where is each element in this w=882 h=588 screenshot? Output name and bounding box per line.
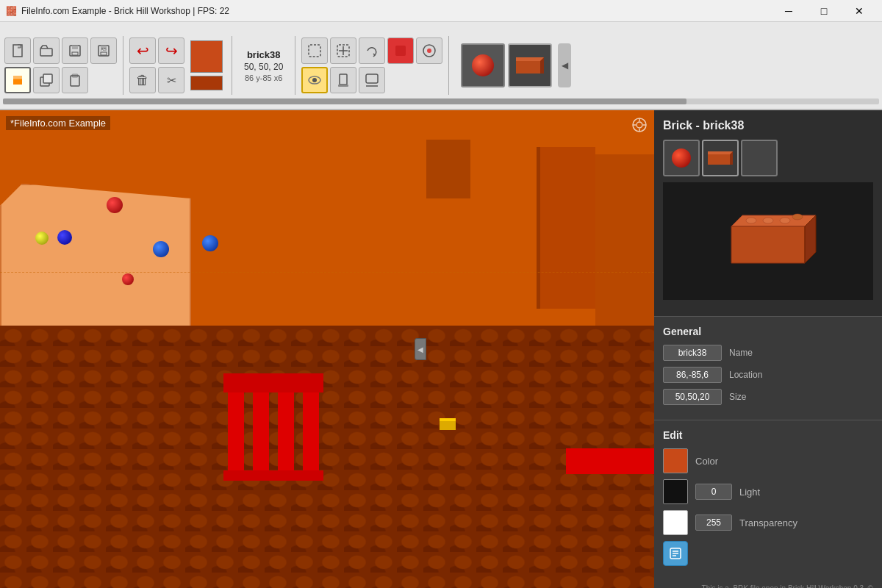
maximize-button[interactable]: □: [807, 0, 841, 22]
svg-marker-35: [731, 226, 805, 263]
copy-button[interactable]: [33, 67, 60, 93]
panel-thumb-strip: [663, 140, 873, 176]
svg-rect-9: [13, 79, 22, 85]
panel-collapse-button[interactable]: ◀: [415, 338, 426, 360]
transparency-color-swatch[interactable]: [663, 510, 688, 535]
move-tool-button[interactable]: [330, 37, 356, 64]
new-button[interactable]: [4, 37, 31, 64]
size-property-row: 50,50,20 Size: [663, 389, 873, 405]
separator4: [448, 36, 449, 95]
rotate-tool-button[interactable]: [359, 37, 385, 64]
svg-marker-34: [731, 215, 816, 226]
general-section: General brick38 Name 86,-85,6 Location 5…: [654, 316, 882, 420]
name-property-row: brick38 Name: [663, 345, 873, 361]
svg-text:AS: AS: [101, 47, 107, 51]
viewport[interactable]: *FileInfo.com Example ◀: [0, 110, 654, 588]
brick-3d-preview: [663, 182, 873, 300]
svg-point-37: [746, 218, 756, 223]
paint-tool-button[interactable]: [416, 37, 442, 64]
save-button[interactable]: [62, 37, 88, 64]
new-obj-button[interactable]: [4, 67, 31, 93]
select-tool-button[interactable]: [301, 37, 328, 64]
location-property-row: 86,-85,6 Location: [663, 367, 873, 383]
toolbar: AS ↩ ↪ 🗑 ✂: [0, 22, 882, 110]
svg-point-38: [763, 218, 773, 223]
brick-position-display: 50, 50, 20: [244, 62, 283, 72]
svg-rect-15: [309, 45, 320, 57]
eye-tool-button[interactable]: [301, 67, 328, 93]
thumb-collapse-btn[interactable]: ◀: [558, 43, 571, 87]
svg-rect-19: [395, 46, 406, 56]
progress-bar-container[interactable]: [3, 98, 879, 104]
delete-button[interactable]: 🗑: [129, 67, 156, 93]
panel-thumb-empty[interactable]: [741, 140, 778, 176]
file-tools-row1: AS: [4, 37, 117, 64]
red-columns-structure: [228, 382, 319, 470]
transparency-value-input[interactable]: [695, 514, 732, 531]
paste-button[interactable]: [62, 67, 88, 93]
thumb-brick-small: [708, 151, 733, 165]
blue-sphere-1: [57, 230, 72, 245]
svg-rect-3: [72, 46, 78, 49]
close-button[interactable]: ✕: [842, 0, 876, 22]
location-value: 86,-85,6: [663, 367, 722, 383]
edit-row2: 🗑 ✂: [129, 67, 184, 93]
titlebar-left: 🧱 FileInfo.com Example - Brick Hill Work…: [6, 6, 229, 16]
script-button[interactable]: [663, 541, 688, 566]
floor: [0, 326, 654, 589]
brick-info-section: brick38 50, 50, 20 86 y-85 x6: [244, 49, 283, 82]
svg-point-29: [637, 122, 642, 128]
brick-preview-panel: Brick - brick38: [654, 110, 882, 316]
column-4: [303, 382, 319, 470]
brick-name-display: brick38: [247, 49, 281, 60]
color-property-row: Color: [663, 448, 873, 473]
color-tool-button[interactable]: [387, 37, 414, 64]
svg-rect-24: [340, 74, 347, 85]
thumb-item-brick[interactable]: [508, 43, 552, 87]
color-label: Color: [695, 456, 718, 467]
separator3: [295, 36, 295, 95]
cut-button[interactable]: ✂: [158, 67, 184, 93]
thumbnail-strip: [461, 43, 552, 87]
svg-rect-7: [101, 52, 107, 55]
thumb-brick-preview: [516, 57, 544, 74]
horizon-line: [0, 272, 654, 273]
red-platform: [566, 448, 654, 474]
panel-thumb-sphere[interactable]: [663, 140, 700, 176]
svg-point-21: [427, 49, 431, 53]
transparency-label: Transparency: [739, 517, 797, 528]
redo-button[interactable]: ↪: [158, 37, 184, 64]
location-label: Location: [729, 370, 762, 380]
mode-row1: [301, 37, 442, 64]
undo-button[interactable]: ↩: [129, 37, 156, 64]
anchor-tool-button[interactable]: [359, 67, 385, 93]
right-panel: Brick - brick38: [654, 110, 882, 588]
svg-point-23: [312, 78, 317, 82]
brick-secondary-color[interactable]: [190, 76, 223, 90]
size-value: 50,50,20: [663, 389, 722, 405]
edit-section: Edit Color Light Transparency: [654, 420, 882, 575]
size-label: Size: [729, 392, 746, 402]
thumb-sphere-preview: [472, 54, 494, 76]
svg-rect-10: [13, 76, 22, 79]
saveas-button[interactable]: AS: [90, 37, 117, 64]
progress-bar-fill: [3, 98, 686, 104]
minimize-button[interactable]: ─: [772, 0, 806, 22]
stamp-tool-button[interactable]: [330, 67, 356, 93]
thumb-sphere-small: [672, 148, 691, 168]
brick-rotation-display: 86 y-85 x6: [245, 74, 282, 82]
back-wall: [537, 147, 595, 309]
separator2: [232, 36, 232, 95]
thumb-item-sphere[interactable]: [461, 43, 505, 87]
svg-rect-1: [40, 49, 52, 56]
light-value-input[interactable]: [695, 484, 732, 500]
viewport-corner-icon[interactable]: [631, 116, 648, 137]
yellow-sphere: [35, 232, 49, 245]
panel-thumb-brick-active[interactable]: [702, 140, 739, 176]
open-button[interactable]: [33, 37, 60, 64]
light-color-swatch[interactable]: [663, 479, 688, 504]
footer-text: This is a .BRK file open in Brick Hill W…: [654, 575, 882, 588]
transparency-property-row: Transparency: [663, 510, 873, 535]
brick-color-swatch[interactable]: [190, 40, 223, 73]
color-swatch[interactable]: [663, 448, 688, 473]
